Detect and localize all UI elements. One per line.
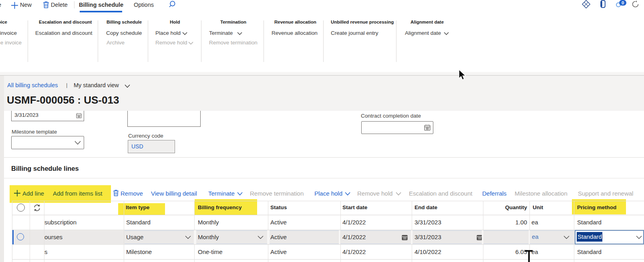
svg-text:0: 0 bbox=[622, 0, 624, 5]
